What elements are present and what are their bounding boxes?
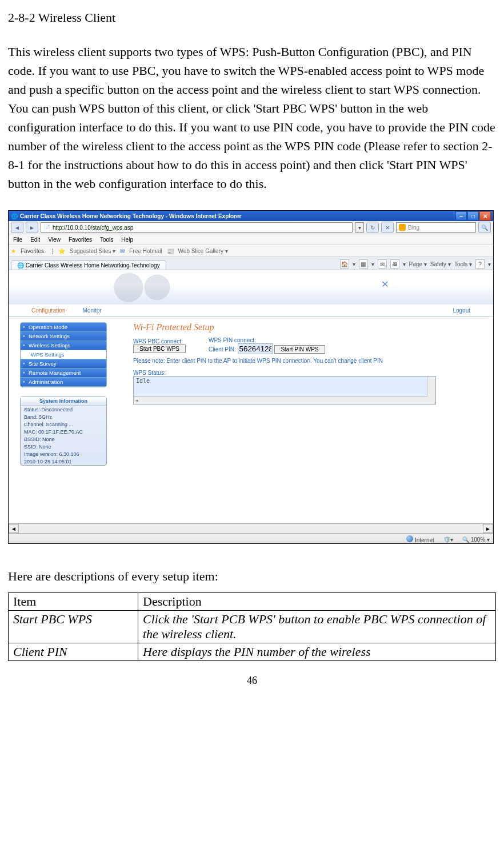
table-row-desc: Click the 'Start PCB WPS' button to enab… <box>138 611 496 643</box>
suggested-sites-icon: ⭐ <box>58 248 65 254</box>
table-row-desc: Here displays the PIN number of the wire… <box>138 643 496 661</box>
sidebar-item-network-settings[interactable]: Network Settings <box>21 332 106 341</box>
cmd-tools[interactable]: Tools ▾ <box>454 261 472 267</box>
tab-monitor[interactable]: Monitor <box>82 307 101 314</box>
maximize-button[interactable]: □ <box>467 211 479 221</box>
sidebar-item-site-survey[interactable]: Site Survey <box>21 359 106 369</box>
table-row-item: Client PIN <box>9 643 138 661</box>
start-pin-wps-button[interactable]: Start PIN WPS <box>274 345 325 354</box>
menu-favorites[interactable]: Favorites <box>69 237 92 243</box>
sysinfo-datetime: 2010-10-28 14:05:01 <box>21 458 106 465</box>
embedded-screenshot: 🌐 Carrier Class Wireless Home Networking… <box>8 210 494 544</box>
search-box[interactable]: Bing <box>396 222 476 233</box>
scroll-right-arrow[interactable]: ► <box>483 524 493 533</box>
sidebar-item-administration[interactable]: Administration <box>21 378 106 387</box>
sidebar-item-wireless-settings[interactable]: Wireless Settings <box>21 341 106 350</box>
hotmail-link[interactable]: Free Hotmail <box>129 248 162 254</box>
pbc-label: WPS PBC connect: <box>133 338 186 345</box>
description-table: Item Description Start PBC WPS Click the… <box>8 592 496 661</box>
logout-link[interactable]: Logout <box>453 307 470 314</box>
window-title: Carrier Class Wireless Home Networking T… <box>20 213 242 219</box>
window-titlebar: 🌐 Carrier Class Wireless Home Networking… <box>9 211 493 221</box>
sysinfo-band: Band: 5GHz <box>21 413 106 421</box>
url-dropdown[interactable]: ▾ <box>355 222 364 233</box>
tab-configuration[interactable]: Configuration <box>31 307 65 314</box>
page-number: 46 <box>8 675 496 687</box>
ie-icon: 🌐 <box>11 213 18 219</box>
tab-icon: 🌐 <box>17 262 24 269</box>
sysinfo-header: System Information <box>21 397 106 406</box>
table-row-item: Start PBC WPS <box>9 611 138 643</box>
table-intro: Here are descriptions of every setup ite… <box>8 567 496 586</box>
wps-status-label: WPS Status: <box>133 370 476 376</box>
minimize-button[interactable]: – <box>455 211 467 221</box>
side-menu: Operation Mode Network Settings Wireless… <box>20 322 107 387</box>
sysinfo-bssid: BSSID: None <box>21 435 106 443</box>
zoom-label[interactable]: 🔍 100% ▾ <box>462 536 490 543</box>
protected-mode-icon: 🛡️▾ <box>443 536 453 543</box>
bing-icon <box>399 224 406 231</box>
sysinfo-status: Status: Disconnected <box>21 406 106 413</box>
status-scrollbar-h[interactable]: ◄ <box>134 397 427 404</box>
zone-label: Internet <box>415 537 434 543</box>
cmd-page[interactable]: Page ▾ <box>409 261 427 267</box>
page-icon: 📄 <box>43 225 50 231</box>
favorites-star-icon[interactable]: ★ <box>11 248 16 254</box>
feeds-icon[interactable]: ▦ <box>359 259 368 269</box>
home-icon[interactable]: 🏠 <box>340 259 349 269</box>
url-text: http://10.0.0.10/sta/cfg_wps.asp <box>53 225 133 231</box>
address-bar[interactable]: 📄 http://10.0.0.10/sta/cfg_wps.asp <box>41 222 353 233</box>
wps-status-value: Idle <box>136 378 150 384</box>
status-scrollbar-v[interactable] <box>427 377 435 404</box>
menu-view[interactable]: View <box>48 237 61 243</box>
table-header-item: Item <box>9 593 138 611</box>
mail-icon[interactable]: ✉ <box>378 259 387 269</box>
print-icon[interactable]: 🖶 <box>390 259 399 269</box>
menu-edit[interactable]: Edit <box>30 237 40 243</box>
tab-label: Carrier Class Wireless Home Networking T… <box>26 262 160 269</box>
sysinfo-channel: Channel: Scanning ... <box>21 421 106 428</box>
globe-icon <box>406 535 413 542</box>
refresh-button[interactable]: ↻ <box>366 222 379 233</box>
scroll-left-arrow[interactable]: ◄ <box>9 524 19 533</box>
pin-note: Please note: Enter client PIN to the AP … <box>133 358 476 364</box>
system-information-panel: System Information Status: Disconnected … <box>20 397 107 466</box>
sysinfo-image-version: Image version: 6.30.106 <box>21 450 106 458</box>
close-button[interactable]: ✕ <box>479 211 491 221</box>
cmd-safety[interactable]: Safety ▾ <box>430 261 451 267</box>
forward-button[interactable]: ► <box>26 222 38 233</box>
banner-graphic <box>111 270 180 305</box>
table-header-desc: Description <box>138 593 496 611</box>
suggested-sites-link[interactable]: Suggested Sites ▾ <box>70 248 116 254</box>
browser-status-bar: Internet 🛡️▾ 🔍 100% ▾ <box>9 533 493 544</box>
sidebar-item-remote-management[interactable]: Remote Management <box>21 369 106 378</box>
wps-status-box: Idle ◄ <box>133 376 436 405</box>
gallery-link[interactable]: Web Slice Gallery ▾ <box>178 248 228 254</box>
pin-connect-label: WPS PIN connect: <box>209 337 325 343</box>
start-pbc-wps-button[interactable]: Start PBC WPS <box>133 345 186 353</box>
router-banner: ✕ <box>9 270 493 305</box>
menu-help[interactable]: Help <box>121 237 133 243</box>
search-button[interactable]: 🔍 <box>478 222 491 233</box>
sysinfo-mac: MAC: 00:1F:1F:EE:70:AC <box>21 428 106 435</box>
page-tab[interactable]: 🌐 Carrier Class Wireless Home Networking… <box>11 261 166 270</box>
client-pin-label: Client PIN: <box>209 346 236 353</box>
banner-x-icon: ✕ <box>379 278 390 290</box>
help-icon[interactable]: ? <box>475 259 485 269</box>
favorites-label[interactable]: Favorites <box>21 248 44 254</box>
menu-bar: File Edit View Favorites Tools Help <box>9 234 493 245</box>
menu-tools[interactable]: Tools <box>100 237 113 243</box>
sidebar-item-operation-mode[interactable]: Operation Mode <box>21 323 106 332</box>
sidebar-item-wps-settings[interactable]: WPS Settings <box>21 350 106 359</box>
search-placeholder: Bing <box>408 225 419 231</box>
stop-button[interactable]: ✕ <box>381 222 394 233</box>
panel-title: Wi-Fi Protected Setup <box>133 322 476 333</box>
content-h-scrollbar[interactable]: ◄ ► <box>9 523 493 533</box>
hotmail-icon: ✉ <box>120 248 125 254</box>
back-button[interactable]: ◄ <box>11 222 23 233</box>
sysinfo-ssid: SSID: None <box>21 443 106 450</box>
client-pin-field[interactable] <box>238 343 273 354</box>
intro-paragraph: This wireless client supports two types … <box>8 42 496 193</box>
gallery-icon: 📰 <box>167 248 174 254</box>
menu-file[interactable]: File <box>13 237 22 243</box>
